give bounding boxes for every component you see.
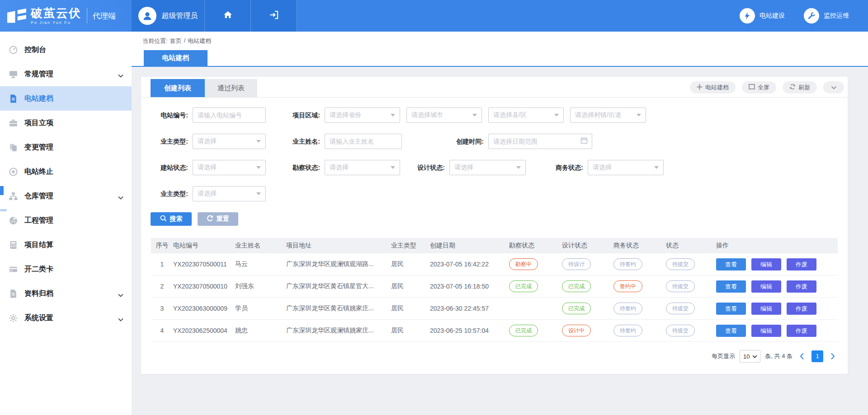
sidebar-item-general-mgmt[interactable]: 常规管理 — [0, 62, 132, 86]
page-number-button[interactable]: 1 — [811, 350, 823, 362]
status-badge: 待签约 — [613, 325, 642, 336]
table-row: 3 YX2023063000009 学员 广东深圳龙华区黄石镇姚家庄... 居民… — [151, 298, 838, 320]
sidebar-item-label: 工程管理 — [24, 216, 53, 225]
town-select[interactable]: 请选择村镇/街道 — [570, 107, 646, 123]
status-badge: 签约中 — [613, 280, 642, 292]
sidebar-item-project-initiation[interactable]: 项目立项 — [0, 111, 132, 135]
collapse-button[interactable] — [823, 81, 844, 93]
county-select[interactable]: 请选择县/区 — [488, 107, 564, 123]
select-caret-icon — [516, 166, 521, 169]
status-badge: 待提交 — [666, 280, 695, 292]
sidebar-item-label: 电站终止 — [24, 167, 53, 177]
edit-button[interactable]: 编辑 — [751, 325, 781, 337]
prev-page-button[interactable] — [797, 350, 807, 362]
search-label: 搜索 — [170, 215, 183, 223]
tab-passed-list[interactable]: 通过列表 — [205, 79, 257, 97]
reset-label: 重置 — [217, 215, 229, 223]
sidebar-item-engineering-mgmt[interactable]: 工程管理 — [0, 208, 132, 233]
sidebar-item-data-archive[interactable]: 资料归档 — [0, 281, 132, 306]
void-button[interactable]: 作废 — [787, 258, 816, 270]
select-caret-icon — [637, 114, 641, 117]
fullscreen-button[interactable]: 全屏 — [742, 81, 776, 93]
col-header-survey: 勘察状态 — [509, 242, 562, 250]
cell-owner: 刘强东 — [235, 282, 286, 290]
breadcrumb-home-link[interactable]: 首页 — [170, 37, 182, 45]
pagination: 每页显示 10 条, 共 4 条 1 — [712, 350, 838, 363]
sidebar-item-warehouse-mgmt[interactable]: 仓库管理 — [0, 184, 132, 208]
home-button[interactable] — [205, 0, 251, 32]
reset-button[interactable]: 重置 — [198, 212, 238, 226]
owner-type-select[interactable]: 请选择 — [193, 134, 266, 149]
cell-created: 2023-06-30 22:45:57 — [430, 305, 509, 312]
void-button[interactable]: 作废 — [787, 303, 816, 315]
table-header-row: 序号 电站编号 业主姓名 项目地址 业主类型 创建日期 勘察状态 设计状态 商务… — [151, 238, 838, 253]
copy-icon — [8, 142, 18, 152]
sidebar-item-station-termination[interactable]: 电站终止 — [0, 159, 132, 184]
sidebar-scroll-indicator[interactable] — [0, 186, 4, 195]
gear-icon — [8, 313, 18, 323]
owner-name-input[interactable] — [325, 134, 401, 149]
sidebar-item-label: 控制台 — [24, 45, 46, 55]
breadcrumb-separator: / — [184, 37, 186, 45]
user-menu[interactable]: 超级管理员 — [132, 0, 205, 32]
status-badge: 已完成 — [562, 280, 591, 292]
calendar-icon[interactable] — [580, 137, 588, 146]
date-range-input[interactable] — [489, 134, 580, 149]
select-caret-icon — [256, 140, 261, 143]
search-button[interactable]: 搜索 — [151, 212, 192, 226]
business-status-select[interactable]: 请选择 — [588, 160, 664, 175]
breadcrumb-prefix: 当前位置: — [142, 37, 168, 45]
view-button[interactable]: 查看 — [716, 280, 746, 293]
status-badge: 待设计 — [562, 258, 591, 270]
per-page-select[interactable]: 10 — [740, 350, 760, 363]
edit-button[interactable]: 编辑 — [751, 258, 781, 270]
logout-button[interactable] — [251, 0, 297, 32]
view-button[interactable]: 查看 — [716, 325, 746, 337]
station-no-input[interactable] — [193, 108, 265, 122]
page-tab-station-filing[interactable]: 电站建档 — [144, 50, 208, 66]
status-badge: 待签约 — [613, 303, 642, 314]
col-header-created: 创建日期 — [430, 242, 509, 250]
select-caret-icon — [391, 114, 395, 117]
owner-name-label: 业主姓名: — [275, 134, 320, 149]
build-status-select[interactable]: 请选择 — [193, 160, 266, 175]
cell-code: YX2023070500010 — [173, 283, 235, 290]
panel-actions: 电站建档 全屏 刷新 — [690, 81, 844, 93]
cell-type: 居民 — [391, 260, 430, 268]
reset-icon — [207, 215, 213, 223]
design-status-placeholder: 请选择 — [454, 163, 473, 172]
void-button[interactable]: 作废 — [787, 280, 816, 293]
edit-button[interactable]: 编辑 — [751, 280, 781, 293]
design-status-select[interactable]: 请选择 — [449, 160, 526, 175]
card-icon — [8, 264, 18, 274]
create-time-field — [488, 134, 592, 149]
refresh-button[interactable]: 刷新 — [783, 81, 817, 93]
survey-status-placeholder: 请选择 — [330, 163, 349, 172]
gauge-icon — [8, 215, 18, 225]
tab-create-list[interactable]: 创建列表 — [151, 79, 205, 97]
sidebar-item-system-settings[interactable]: 系统设置 — [0, 306, 132, 330]
sidebar-item-station-filing[interactable]: 电站建档 — [0, 86, 132, 111]
col-header-type: 业主类型 — [391, 242, 430, 250]
sidebar-item-change-mgmt[interactable]: 变更管理 — [0, 135, 132, 159]
view-button[interactable]: 查看 — [716, 303, 746, 315]
cell-sn: 1 — [151, 261, 173, 268]
sidebar-item-console[interactable]: 控制台 — [0, 37, 132, 62]
edit-button[interactable]: 编辑 — [751, 303, 781, 315]
topbar-spacer — [297, 0, 740, 32]
next-page-button[interactable] — [828, 350, 838, 362]
create-station-button[interactable]: 电站建档 — [690, 81, 736, 93]
sidebar-item-project-settlement[interactable]: 项目结算 — [0, 233, 132, 257]
void-button[interactable]: 作废 — [787, 325, 816, 337]
mode-monitor-ops[interactable]: 监控运维 — [804, 0, 849, 32]
sidebar-item-open-type2-card[interactable]: 开二类卡 — [0, 257, 132, 281]
view-button[interactable]: 查看 — [716, 258, 746, 270]
owner-type2-select[interactable]: 请选择 — [193, 186, 266, 201]
survey-status-select[interactable]: 请选择 — [325, 160, 400, 175]
province-select[interactable]: 请选择省份 — [325, 107, 400, 123]
city-select[interactable]: 请选择城市 — [406, 107, 482, 123]
chevron-down-icon — [118, 315, 123, 323]
cell-owner: 马云 — [235, 260, 286, 268]
chevron-down-icon — [118, 71, 123, 79]
mode-station-build[interactable]: 电站建设 — [740, 0, 785, 32]
